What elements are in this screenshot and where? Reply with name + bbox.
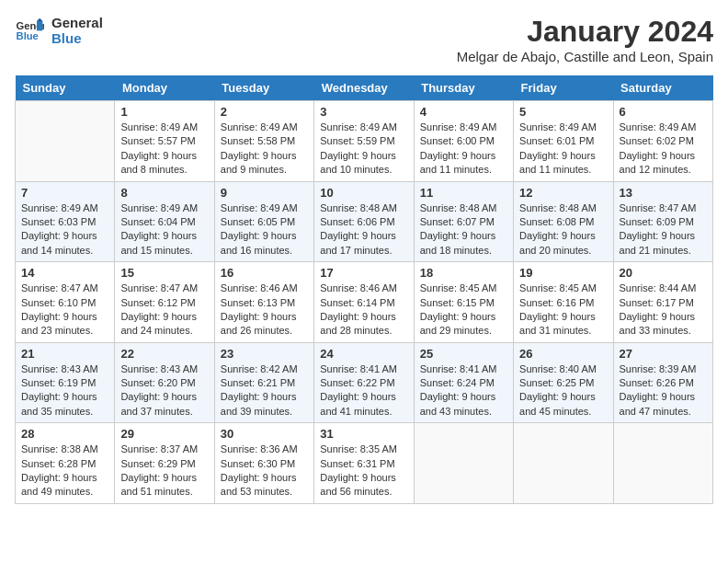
calendar-cell-w4-d4: 24 Sunrise: 8:41 AM Sunset: 6:22 PM Dayl… bbox=[314, 342, 414, 423]
daylight-hours: Daylight: 9 hours and 24 minutes. bbox=[120, 310, 208, 339]
sunrise-time: Sunrise: 8:49 AM bbox=[120, 201, 208, 215]
logo: General Blue General Blue bbox=[15, 15, 103, 46]
sunset-time: Sunset: 6:06 PM bbox=[320, 215, 407, 229]
sunrise-time: Sunrise: 8:41 AM bbox=[420, 362, 507, 376]
header-sunday: Sunday bbox=[16, 75, 115, 101]
calendar-cell-w5-d7 bbox=[613, 423, 712, 504]
day-number: 13 bbox=[620, 186, 707, 200]
daylight-hours: Daylight: 9 hours and 12 minutes. bbox=[620, 149, 707, 178]
sunrise-time: Sunrise: 8:47 AM bbox=[120, 282, 208, 295]
day-info: Sunrise: 8:49 AM Sunset: 6:00 PM Dayligh… bbox=[420, 121, 507, 178]
sunset-time: Sunset: 6:25 PM bbox=[519, 376, 607, 390]
day-number: 1 bbox=[120, 105, 208, 119]
sunset-time: Sunset: 6:04 PM bbox=[120, 215, 208, 229]
calendar-cell-w1-d4: 3 Sunrise: 8:49 AM Sunset: 5:59 PM Dayli… bbox=[314, 101, 414, 182]
sunrise-time: Sunrise: 8:49 AM bbox=[420, 121, 507, 134]
sunrise-time: Sunrise: 8:49 AM bbox=[620, 121, 707, 134]
calendar-cell-w4-d3: 23 Sunrise: 8:42 AM Sunset: 6:21 PM Dayl… bbox=[214, 342, 313, 423]
sunset-time: Sunset: 6:15 PM bbox=[420, 296, 507, 310]
calendar-cell-w1-d1 bbox=[16, 101, 115, 182]
day-number: 16 bbox=[221, 266, 308, 280]
sunset-time: Sunset: 6:09 PM bbox=[620, 215, 707, 229]
sunrise-time: Sunrise: 8:49 AM bbox=[221, 121, 308, 134]
day-number: 30 bbox=[221, 427, 308, 441]
daylight-hours: Daylight: 9 hours and 9 minutes. bbox=[221, 149, 308, 178]
calendar-cell-w2-d2: 8 Sunrise: 8:49 AM Sunset: 6:04 PM Dayli… bbox=[115, 181, 214, 262]
day-number: 29 bbox=[120, 427, 208, 441]
day-number: 2 bbox=[221, 105, 308, 119]
daylight-hours: Daylight: 9 hours and 18 minutes. bbox=[420, 229, 507, 258]
sunrise-time: Sunrise: 8:41 AM bbox=[320, 362, 407, 376]
sunrise-time: Sunrise: 8:40 AM bbox=[519, 362, 607, 376]
day-info: Sunrise: 8:45 AM Sunset: 6:15 PM Dayligh… bbox=[420, 282, 507, 339]
calendar-cell-w3-d3: 16 Sunrise: 8:46 AM Sunset: 6:13 PM Dayl… bbox=[214, 262, 313, 343]
daylight-hours: Daylight: 9 hours and 8 minutes. bbox=[120, 149, 208, 178]
sunset-time: Sunset: 6:30 PM bbox=[221, 457, 308, 471]
daylight-hours: Daylight: 9 hours and 35 minutes. bbox=[21, 390, 108, 419]
calendar-cell-w5-d5 bbox=[414, 423, 513, 504]
sunset-time: Sunset: 6:21 PM bbox=[221, 376, 308, 390]
calendar-cell-w5-d4: 31 Sunrise: 8:35 AM Sunset: 6:31 PM Dayl… bbox=[314, 423, 414, 504]
day-info: Sunrise: 8:43 AM Sunset: 6:20 PM Dayligh… bbox=[120, 362, 208, 419]
sunrise-time: Sunrise: 8:48 AM bbox=[519, 201, 607, 215]
svg-text:Blue: Blue bbox=[17, 30, 39, 41]
day-number: 24 bbox=[320, 347, 407, 361]
day-number: 21 bbox=[21, 347, 108, 361]
calendar-cell-w4-d5: 25 Sunrise: 8:41 AM Sunset: 6:24 PM Dayl… bbox=[414, 342, 513, 423]
logo-text-blue: Blue bbox=[51, 30, 103, 46]
title-section: January 2024 Melgar de Abajo, Castille a… bbox=[457, 15, 713, 64]
sunset-time: Sunset: 6:24 PM bbox=[420, 376, 507, 390]
day-info: Sunrise: 8:47 AM Sunset: 6:10 PM Dayligh… bbox=[21, 282, 108, 339]
sunset-time: Sunset: 6:07 PM bbox=[420, 215, 507, 229]
logo-icon: General Blue bbox=[15, 17, 44, 43]
sunset-time: Sunset: 6:12 PM bbox=[120, 296, 208, 310]
calendar-cell-w1-d6: 5 Sunrise: 8:49 AM Sunset: 6:01 PM Dayli… bbox=[514, 101, 613, 182]
header-wednesday: Wednesday bbox=[314, 75, 414, 101]
day-number: 10 bbox=[320, 186, 407, 200]
sunrise-time: Sunrise: 8:35 AM bbox=[320, 442, 407, 456]
sunset-time: Sunset: 6:00 PM bbox=[420, 134, 507, 148]
sunrise-time: Sunrise: 8:38 AM bbox=[21, 442, 108, 456]
calendar-cell-w3-d6: 19 Sunrise: 8:45 AM Sunset: 6:16 PM Dayl… bbox=[514, 262, 613, 343]
sunset-time: Sunset: 6:26 PM bbox=[620, 376, 707, 390]
day-number: 11 bbox=[420, 186, 507, 200]
day-info: Sunrise: 8:41 AM Sunset: 6:22 PM Dayligh… bbox=[320, 362, 407, 419]
daylight-hours: Daylight: 9 hours and 16 minutes. bbox=[221, 229, 308, 258]
calendar-cell-w2-d7: 13 Sunrise: 8:47 AM Sunset: 6:09 PM Dayl… bbox=[613, 181, 712, 262]
sunrise-time: Sunrise: 8:49 AM bbox=[519, 121, 607, 134]
calendar-cell-w2-d4: 10 Sunrise: 8:48 AM Sunset: 6:06 PM Dayl… bbox=[314, 181, 414, 262]
day-info: Sunrise: 8:49 AM Sunset: 6:04 PM Dayligh… bbox=[120, 201, 208, 259]
sunrise-time: Sunrise: 8:45 AM bbox=[420, 282, 507, 295]
sunset-time: Sunset: 6:03 PM bbox=[21, 215, 108, 229]
calendar-cell-w4-d6: 26 Sunrise: 8:40 AM Sunset: 6:25 PM Dayl… bbox=[514, 342, 613, 423]
day-info: Sunrise: 8:49 AM Sunset: 6:02 PM Dayligh… bbox=[620, 121, 707, 178]
calendar-cell-w1-d5: 4 Sunrise: 8:49 AM Sunset: 6:00 PM Dayli… bbox=[414, 101, 513, 182]
sunset-time: Sunset: 6:02 PM bbox=[620, 134, 707, 148]
daylight-hours: Daylight: 9 hours and 37 minutes. bbox=[120, 390, 208, 419]
sunset-time: Sunset: 6:28 PM bbox=[21, 457, 108, 471]
sunrise-time: Sunrise: 8:36 AM bbox=[221, 442, 308, 456]
sunset-time: Sunset: 6:14 PM bbox=[320, 296, 407, 310]
sunset-time: Sunset: 6:19 PM bbox=[21, 376, 108, 390]
daylight-hours: Daylight: 9 hours and 51 minutes. bbox=[120, 471, 208, 500]
sunset-time: Sunset: 6:01 PM bbox=[519, 134, 607, 148]
sunset-time: Sunset: 6:16 PM bbox=[519, 296, 607, 310]
sunrise-time: Sunrise: 8:49 AM bbox=[120, 121, 208, 134]
calendar-cell-w4-d2: 22 Sunrise: 8:43 AM Sunset: 6:20 PM Dayl… bbox=[115, 342, 214, 423]
day-info: Sunrise: 8:49 AM Sunset: 5:59 PM Dayligh… bbox=[320, 121, 407, 178]
day-info: Sunrise: 8:49 AM Sunset: 6:05 PM Dayligh… bbox=[221, 201, 308, 259]
daylight-hours: Daylight: 9 hours and 11 minutes. bbox=[420, 149, 507, 178]
sunset-time: Sunset: 5:59 PM bbox=[320, 134, 407, 148]
day-info: Sunrise: 8:36 AM Sunset: 6:30 PM Dayligh… bbox=[221, 442, 308, 500]
day-info: Sunrise: 8:46 AM Sunset: 6:13 PM Dayligh… bbox=[221, 282, 308, 339]
day-info: Sunrise: 8:35 AM Sunset: 6:31 PM Dayligh… bbox=[320, 442, 407, 500]
sunrise-time: Sunrise: 8:46 AM bbox=[221, 282, 308, 295]
day-info: Sunrise: 8:40 AM Sunset: 6:25 PM Dayligh… bbox=[519, 362, 607, 419]
day-number: 23 bbox=[221, 347, 308, 361]
calendar-table: Sunday Monday Tuesday Wednesday Thursday… bbox=[15, 75, 713, 504]
sunrise-time: Sunrise: 8:43 AM bbox=[21, 362, 108, 376]
sunrise-time: Sunrise: 8:47 AM bbox=[620, 201, 707, 215]
day-info: Sunrise: 8:47 AM Sunset: 6:09 PM Dayligh… bbox=[620, 201, 707, 259]
calendar-cell-w3-d2: 15 Sunrise: 8:47 AM Sunset: 6:12 PM Dayl… bbox=[115, 262, 214, 343]
week-row-1: 1 Sunrise: 8:49 AM Sunset: 5:57 PM Dayli… bbox=[16, 101, 713, 182]
